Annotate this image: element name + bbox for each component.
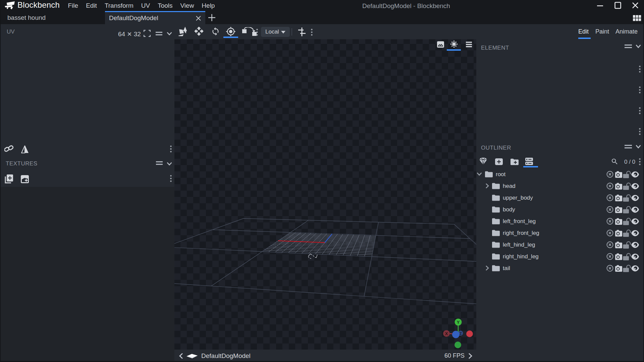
svg-text:X: X	[445, 331, 448, 336]
svg-text:Y: Y	[457, 320, 460, 325]
svg-text:Z: Z	[460, 331, 462, 335]
